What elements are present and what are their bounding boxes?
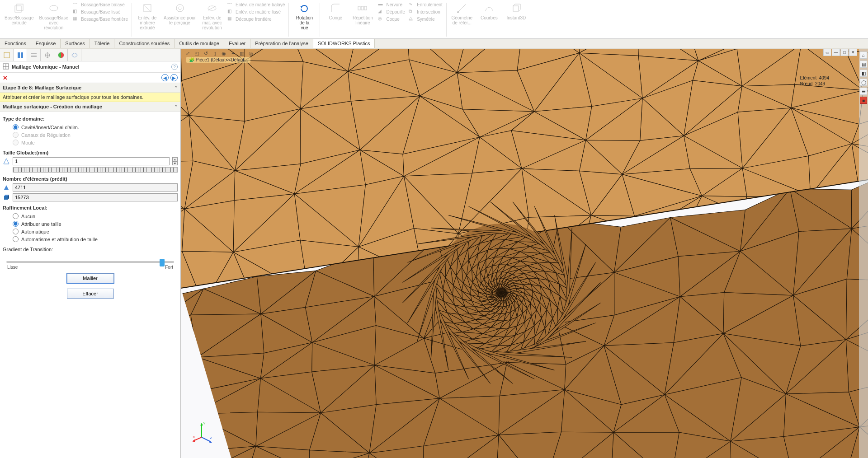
icon: ◎ [378, 16, 384, 22]
clear-button[interactable]: Effacer [67, 289, 114, 299]
ribbon-sub-cut: 〰Enlèv. de matière balayé ◧Enlèv. de mat… [226, 1, 287, 38]
graphics-viewport[interactable]: ⤢ ◰ ↺ ▯ ◉ ✦ ▥ ◎ ▭ — □ ✕ 🧩 Pièce1 (Défaut… [181, 49, 868, 458]
instant3d-icon [510, 2, 523, 14]
ribbon-boundary[interactable]: ▦Bossage/Base frontière [71, 15, 130, 23]
sub-shell[interactable]: ◎Coque [376, 15, 407, 23]
fm-tab-tree[interactable] [0, 49, 14, 61]
ribbon-cut-loft[interactable]: ◧Enlèv. de matière lissé [226, 8, 287, 15]
hud-zoomarea-icon[interactable]: ◰ [193, 50, 201, 57]
mesh-button[interactable]: Mailler [67, 273, 114, 283]
refine-label: Raffinement Local: [3, 205, 178, 210]
sub-draft[interactable]: ◢Dépouille [376, 8, 407, 15]
ribbon-linear-pattern[interactable]: Répétition linéaire [349, 1, 376, 38]
spin-up[interactable]: ▲ [172, 157, 178, 161]
pred-nodes-field [13, 193, 178, 201]
tab-solidworks-plastics[interactable]: SOLIDWORKS Plastics [313, 39, 375, 48]
ribbon-extrude[interactable]: Base/Bossage extrudé [2, 1, 37, 38]
ribbon-swept[interactable]: 〰Bossage/Base balayé [71, 1, 130, 8]
refine-option[interactable]: Aucun [3, 212, 178, 220]
refgeom-icon [456, 2, 468, 14]
section-header[interactable]: Maillage surfacique - Création du mailla… [0, 102, 180, 112]
refine-option[interactable]: Attribuer une taille [3, 220, 178, 228]
fm-tab-appearance[interactable] [54, 49, 68, 61]
tab-constructions-soud-es[interactable]: Constructions soudées [114, 39, 175, 48]
next-step-button[interactable]: ▶ [170, 74, 178, 81]
breadcrumb[interactable]: 🧩 Pièce1 (Défaut<<Défaut... [186, 57, 250, 63]
taskpane-home-icon[interactable]: ⌂ [860, 51, 867, 59]
help-icon[interactable]: ? [171, 64, 178, 70]
hud-zoomfit-icon[interactable]: ⤢ [184, 50, 192, 57]
taskpane-prop-icon[interactable]: ☰ [860, 88, 867, 95]
hud-view-icon[interactable]: ▥ [238, 50, 246, 57]
vw-dock-icon[interactable]: ▭ [823, 49, 831, 56]
ribbon-hole-wizard[interactable]: Assistance pour le perçage [161, 1, 198, 38]
hud-display-icon[interactable]: ◉ [220, 50, 228, 57]
icon: ◢ [378, 9, 384, 15]
spin-down[interactable]: ▼ [172, 161, 178, 165]
ribbon-fillet[interactable]: Congé [322, 1, 349, 38]
vw-max-icon[interactable]: □ [840, 49, 849, 56]
prev-step-button[interactable]: ◀ [161, 74, 169, 81]
tab-evaluer[interactable]: Evaluer [224, 39, 250, 48]
sub-wrap[interactable]: ∿Enroulement [407, 1, 444, 8]
ribbon-revolve[interactable]: Bossage/Base avec révolution [37, 1, 71, 38]
hud-section-icon[interactable]: ▯ [211, 50, 219, 57]
ribbon-cut-swept[interactable]: 〰Enlèv. de matière balayé [226, 1, 287, 8]
ribbon-instant3d[interactable]: Instant3D [503, 1, 530, 38]
svg-marker-9 [300, 6, 303, 8]
domain-type-label: Type de domaine: [3, 116, 178, 122]
icon: ∿ [409, 1, 415, 8]
taskpane-plastics-icon[interactable]: ■ [860, 97, 867, 104]
sub-mirror[interactable]: ⧋Symétrie [407, 15, 444, 23]
taskpane-view-icon[interactable]: ◧ [860, 70, 867, 77]
vw-close-icon[interactable]: ✕ [849, 49, 857, 56]
orientation-triad[interactable]: Y X Z [192, 420, 215, 444]
svg-point-2 [50, 5, 58, 11]
fm-tab-property[interactable] [14, 49, 27, 61]
hud-scene-icon[interactable]: ✦ [229, 50, 237, 57]
tab-surfaces[interactable]: Surfaces [61, 39, 90, 48]
svg-marker-898 [208, 440, 212, 443]
refine-option[interactable]: Automatisme et attribution de taille [3, 235, 178, 243]
property-panel: Maillage Volumique - Manuel ? ✕ ◀ ▶ Etap… [0, 49, 181, 458]
gradient-slider[interactable]: Lisse Fort [6, 257, 174, 270]
svg-line-13 [458, 4, 466, 12]
taskpane-appear-icon[interactable]: ◯ [860, 79, 867, 86]
global-size-input[interactable] [13, 157, 170, 165]
ribbon-separator [446, 3, 447, 37]
vw-min-icon[interactable]: — [832, 49, 840, 56]
hud-prevview-icon[interactable]: ↺ [202, 50, 210, 57]
tab-pr-paration-de-l-analyse[interactable]: Préparation de l'analyse [250, 39, 313, 48]
ribbon-rotate-view[interactable]: Rotation de la vue [291, 1, 318, 38]
tab-esquisse[interactable]: Esquisse [31, 39, 61, 48]
ribbon-cut-boundary[interactable]: ▦Découpe frontière [226, 15, 287, 23]
feature-ribbon: Base/Bossage extrudé Bossage/Base avec r… [0, 0, 868, 39]
tab-outils-de-moulage[interactable]: Outils de moulage [175, 39, 224, 48]
tab-fonctions[interactable]: Fonctions [0, 39, 31, 48]
taskpane-lib-icon[interactable]: ▤ [860, 61, 867, 68]
sub-rib[interactable]: ▬Nervure [376, 1, 407, 8]
cancel-icon[interactable]: ✕ [3, 75, 8, 81]
ribbon-curves[interactable]: Courbes [476, 1, 503, 38]
refine-option[interactable]: Automatique [3, 228, 178, 235]
svg-rect-1 [17, 4, 23, 10]
fm-tab-plastics[interactable] [68, 49, 81, 61]
ribbon-refgeom[interactable]: Géométrie de référ... [448, 1, 476, 38]
slider-thumb[interactable] [160, 259, 165, 266]
ribbon-label: Rotation de la vue [296, 15, 313, 30]
domain-option[interactable]: Cavité/Insert/Canal d'alim. [3, 123, 178, 131]
ribbon-loft[interactable]: ◧Bossage/Base lissé [71, 8, 130, 15]
step-header[interactable]: Etape 3 de 8: Maillage Surfacique⌃ [0, 83, 180, 93]
fm-tab-config[interactable] [27, 49, 41, 61]
tab-t-lerie[interactable]: Tôlerie [90, 39, 115, 48]
sub-intersect[interactable]: ⧉Intersection [407, 8, 444, 15]
svg-rect-30 [4, 196, 8, 200]
fm-tab-dim[interactable] [41, 49, 54, 61]
hud-hide-icon[interactable]: ◎ [247, 50, 255, 57]
size-ruler[interactable] [13, 167, 178, 173]
slider-min-label: Lisse [7, 265, 18, 270]
command-tabs: FonctionsEsquisseSurfacesTôlerieConstruc… [0, 39, 868, 49]
ribbon-cut-extrude[interactable]: Enlèv. de matière extrudé [134, 1, 161, 38]
icon: 〰 [227, 1, 234, 8]
ribbon-cut-revolve[interactable]: Enlèv. de mat. avec révolution [198, 1, 226, 38]
